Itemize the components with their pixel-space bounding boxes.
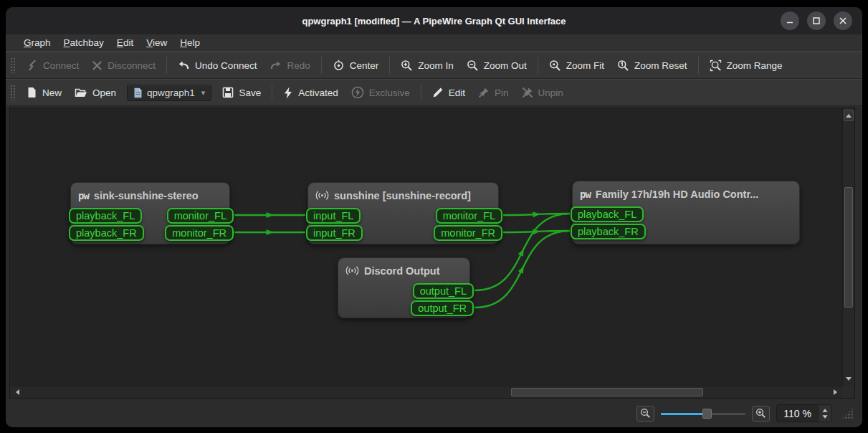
port-output_FR[interactable]: output_FR xyxy=(411,300,474,316)
spin-up-button[interactable] xyxy=(822,409,827,412)
menu-edit[interactable]: Edit xyxy=(110,36,140,49)
zoom-in-icon xyxy=(755,408,766,419)
close-button[interactable] xyxy=(834,11,852,30)
port-playback_FR[interactable]: playback_FR xyxy=(571,224,646,239)
view-area: pwsink-sunshine-stereoplayback_FLplaybac… xyxy=(6,106,862,399)
node-discord[interactable]: Discord Outputoutput_FLoutput_FR xyxy=(338,257,470,318)
vertical-scrollbar[interactable] xyxy=(842,108,854,386)
titlebar[interactable]: qpwgraph1 [modified] — A PipeWire Graph … xyxy=(6,7,862,34)
combo-value: qpwgraph1 xyxy=(147,87,195,98)
menu-patchbay[interactable]: Patchbay xyxy=(57,36,110,49)
toolbar-button-label: Undo Connect xyxy=(195,60,257,71)
port-monitor_FL[interactable]: monitor_FL xyxy=(436,208,502,224)
zoom-reset-button[interactable]: Zoom Reset xyxy=(611,56,694,75)
node-header[interactable]: Discord Output xyxy=(338,258,469,278)
node-header[interactable]: pwsink-sunshine-stereo xyxy=(71,183,229,203)
toolbar-button-label: Zoom Reset xyxy=(634,60,687,71)
pipewire-icon: pw xyxy=(78,190,89,201)
unpin-button[interactable]: Unpin xyxy=(515,83,570,102)
disconnect-button[interactable]: Disconnect xyxy=(85,57,162,75)
zoom-in-icon xyxy=(401,60,413,72)
node-header[interactable]: sunshine [sunshine-record] xyxy=(308,183,498,203)
undo-connect-button[interactable]: Undo Connect xyxy=(171,56,263,75)
zoom-out-icon xyxy=(467,60,479,72)
zoom-out-button[interactable]: Zoom Out xyxy=(460,56,533,75)
new-icon xyxy=(27,87,37,98)
toolbar-drag-handle[interactable] xyxy=(10,85,16,100)
node-sink[interactable]: pwsink-sunshine-stereoplayback_FLplaybac… xyxy=(70,182,230,244)
port-playback_FL[interactable]: playback_FL xyxy=(69,208,142,224)
zoom-slider[interactable] xyxy=(661,406,745,421)
redo-button[interactable]: Redo xyxy=(263,56,316,75)
port-monitor_FL[interactable]: monitor_FL xyxy=(167,208,234,224)
minimize-button[interactable] xyxy=(781,11,799,30)
scroll-up-button[interactable] xyxy=(844,110,854,121)
horizontal-scrollbar-thumb[interactable] xyxy=(511,388,703,396)
statusbar-zoom-in-button[interactable] xyxy=(752,406,770,422)
toolbar-button-label: Disconnect xyxy=(108,60,156,71)
node-title: Discord Output xyxy=(364,265,440,277)
maximize-button[interactable] xyxy=(807,11,826,30)
port-monitor_FR[interactable]: monitor_FR xyxy=(165,225,234,241)
connection-arrow-icon xyxy=(267,229,274,235)
edit-icon xyxy=(432,87,444,98)
zoom-value: 110 % xyxy=(783,408,811,419)
activated-toggle[interactable]: Activated xyxy=(277,83,345,103)
toolbar-separator xyxy=(272,84,272,101)
toolbar-button-label: Pin xyxy=(495,87,509,98)
graph-canvas[interactable]: pwsink-sunshine-stereoplayback_FLplaybac… xyxy=(10,108,842,386)
new-button[interactable]: New xyxy=(20,83,68,102)
zoom-spinbox[interactable]: 110 % xyxy=(776,404,832,422)
save-button[interactable]: Save xyxy=(216,83,267,102)
zoom-range-button[interactable]: Zoom Range xyxy=(703,56,789,75)
triangle-right-icon xyxy=(834,389,837,395)
port-output_FL[interactable]: output_FL xyxy=(413,283,474,299)
edit-toggle[interactable]: Edit xyxy=(426,83,472,102)
pin-button[interactable]: Pin xyxy=(472,83,515,102)
node-title: Family 17h/19h HD Audio Contr... xyxy=(596,189,758,200)
node-title: sink-sunshine-stereo xyxy=(94,190,199,201)
toolbar-drag-handle[interactable] xyxy=(10,57,16,73)
center-button[interactable]: Center xyxy=(326,56,386,75)
zoom-slider-handle[interactable] xyxy=(702,409,712,419)
zoom-fit-icon xyxy=(549,60,561,72)
zoom-fit-button[interactable]: Zoom Fit xyxy=(543,56,611,75)
toolbar-button-label: Zoom Range xyxy=(727,60,783,71)
scroll-down-button[interactable] xyxy=(844,373,854,384)
horizontal-scrollbar[interactable] xyxy=(10,386,842,398)
node-family[interactable]: pwFamily 17h/19h HD Audio Contr...playba… xyxy=(572,181,800,244)
audio-device-icon xyxy=(345,265,359,276)
zoom-in-button[interactable]: Zoom In xyxy=(394,56,460,75)
port-playback_FL[interactable]: playback_FL xyxy=(571,206,644,222)
spin-down-button[interactable] xyxy=(822,415,827,419)
toolbar-button-label: Unpin xyxy=(538,87,563,98)
toolbar-button-label: Edit xyxy=(449,87,465,98)
menu-view[interactable]: View xyxy=(140,36,173,49)
scroll-right-button[interactable] xyxy=(829,387,841,397)
undo-icon xyxy=(178,60,190,71)
statusbar-zoom-out-button[interactable] xyxy=(636,406,654,422)
port-monitor_FR[interactable]: monitor_FR xyxy=(434,225,502,241)
menu-help[interactable]: Help xyxy=(173,36,206,49)
port-input_FR[interactable]: input_FR xyxy=(306,225,363,241)
menu-graph[interactable]: Graph xyxy=(17,36,57,49)
connection-arrow-icon xyxy=(518,266,524,274)
toolbar-button-label: Zoom Fit xyxy=(566,60,604,71)
toolbar-separator xyxy=(389,57,390,74)
node-sunshine[interactable]: sunshine [sunshine-record]input_FLinput_… xyxy=(307,182,499,244)
port-playback_FR[interactable]: playback_FR xyxy=(69,225,144,241)
connect-button[interactable]: Connect xyxy=(20,56,85,75)
node-header[interactable]: pwFamily 17h/19h HD Audio Contr... xyxy=(573,181,799,201)
window-title: qpwgraph1 [modified] — A PipeWire Graph … xyxy=(302,16,566,27)
scroll-left-button[interactable] xyxy=(11,387,23,397)
resize-grip[interactable] xyxy=(841,407,854,419)
center-icon xyxy=(333,60,345,72)
patchbay-toolbar: NewOpenqpwgraph1▾SaveActivatedExclusiveE… xyxy=(6,79,862,106)
vertical-scrollbar-thumb[interactable] xyxy=(844,187,853,308)
exclusive-toggle[interactable]: Exclusive xyxy=(345,82,416,103)
patchbay-file-combo[interactable]: qpwgraph1▾ xyxy=(127,85,211,101)
open-button[interactable]: Open xyxy=(68,84,123,102)
toolbar-separator xyxy=(166,57,167,74)
graph-view[interactable]: pwsink-sunshine-stereoplayback_FLplaybac… xyxy=(9,108,855,399)
port-input_FL[interactable]: input_FL xyxy=(306,208,361,224)
